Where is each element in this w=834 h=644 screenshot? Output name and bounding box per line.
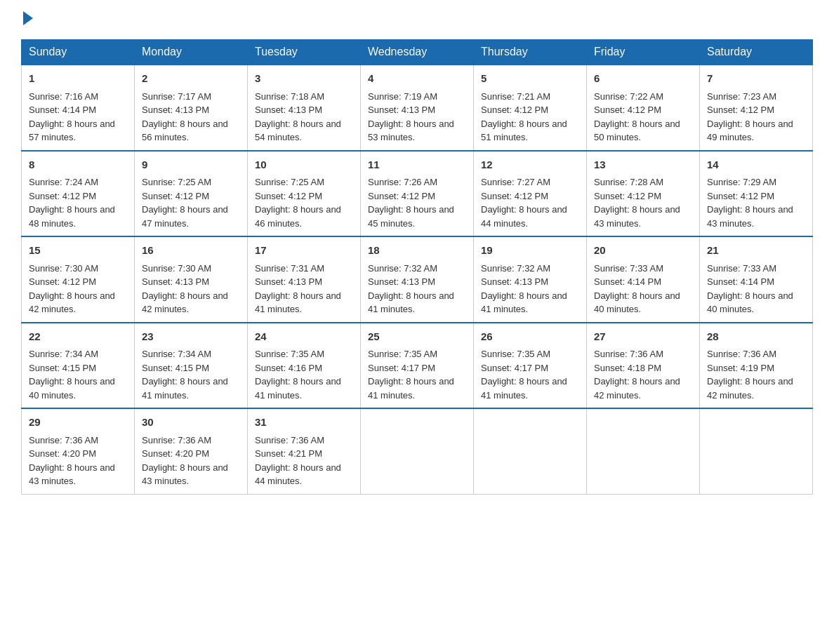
calendar-header-row: SundayMondayTuesdayWednesdayThursdayFrid… (22, 40, 813, 65)
calendar-cell: 7Sunrise: 7:23 AMSunset: 4:12 PMDaylight… (700, 65, 813, 151)
sunset-info: Sunset: 4:12 PM (29, 191, 96, 201)
sunset-info: Sunset: 4:20 PM (142, 448, 209, 459)
calendar-cell: 1Sunrise: 7:16 AMSunset: 4:14 PMDaylight… (22, 65, 135, 151)
sunset-info: Sunset: 4:13 PM (368, 276, 435, 287)
calendar-cell: 11Sunrise: 7:26 AMSunset: 4:12 PMDayligh… (361, 151, 474, 237)
calendar-cell: 9Sunrise: 7:25 AMSunset: 4:12 PMDaylight… (135, 151, 248, 237)
daylight-info: Daylight: 8 hours and 44 minutes. (255, 462, 341, 487)
daylight-info: Daylight: 8 hours and 40 minutes. (707, 290, 793, 315)
calendar-cell (361, 408, 474, 494)
calendar-week-row: 22Sunrise: 7:34 AMSunset: 4:15 PMDayligh… (22, 323, 813, 409)
sunrise-info: Sunrise: 7:29 AM (707, 177, 776, 187)
calendar-header-saturday: Saturday (700, 40, 813, 65)
daylight-info: Daylight: 8 hours and 57 minutes. (29, 119, 115, 143)
sunrise-info: Sunrise: 7:25 AM (142, 177, 211, 187)
day-number: 21 (707, 243, 805, 259)
daylight-info: Daylight: 8 hours and 41 minutes. (368, 376, 454, 401)
calendar-cell (700, 408, 813, 494)
calendar-table: SundayMondayTuesdayWednesdayThursdayFrid… (21, 39, 813, 495)
daylight-info: Daylight: 8 hours and 56 minutes. (142, 119, 228, 143)
sunrise-info: Sunrise: 7:17 AM (142, 91, 211, 102)
sunrise-info: Sunrise: 7:35 AM (255, 349, 324, 359)
calendar-week-row: 1Sunrise: 7:16 AMSunset: 4:14 PMDaylight… (22, 65, 813, 151)
day-number: 3 (255, 71, 353, 87)
daylight-info: Daylight: 8 hours and 43 minutes. (707, 204, 793, 229)
day-number: 28 (707, 329, 805, 345)
daylight-info: Daylight: 8 hours and 42 minutes. (142, 290, 228, 315)
sunset-info: Sunset: 4:13 PM (142, 105, 209, 115)
sunset-info: Sunset: 4:12 PM (481, 105, 548, 115)
day-number: 12 (481, 157, 579, 173)
sunset-info: Sunset: 4:12 PM (594, 191, 661, 201)
calendar-cell: 6Sunrise: 7:22 AMSunset: 4:12 PMDaylight… (587, 65, 700, 151)
sunset-info: Sunset: 4:13 PM (255, 105, 322, 115)
sunrise-info: Sunrise: 7:34 AM (29, 349, 98, 359)
calendar-cell: 3Sunrise: 7:18 AMSunset: 4:13 PMDaylight… (248, 65, 361, 151)
sunrise-info: Sunrise: 7:25 AM (255, 177, 324, 187)
sunset-info: Sunset: 4:16 PM (255, 363, 322, 373)
sunset-info: Sunset: 4:17 PM (368, 363, 435, 373)
day-number: 30 (142, 415, 240, 431)
sunrise-info: Sunrise: 7:19 AM (368, 91, 437, 102)
calendar-cell: 16Sunrise: 7:30 AMSunset: 4:13 PMDayligh… (135, 236, 248, 323)
day-number: 20 (594, 243, 692, 259)
day-number: 26 (481, 329, 579, 345)
calendar-cell: 10Sunrise: 7:25 AMSunset: 4:12 PMDayligh… (248, 151, 361, 237)
sunset-info: Sunset: 4:12 PM (594, 105, 661, 115)
sunset-info: Sunset: 4:21 PM (255, 448, 322, 459)
sunset-info: Sunset: 4:13 PM (368, 105, 435, 115)
sunrise-info: Sunrise: 7:34 AM (142, 349, 211, 359)
calendar-cell: 5Sunrise: 7:21 AMSunset: 4:12 PMDaylight… (474, 65, 587, 151)
sunrise-info: Sunrise: 7:36 AM (29, 435, 98, 445)
daylight-info: Daylight: 8 hours and 40 minutes. (29, 376, 115, 401)
day-number: 13 (594, 157, 692, 173)
calendar-cell: 17Sunrise: 7:31 AMSunset: 4:13 PMDayligh… (248, 236, 361, 323)
daylight-info: Daylight: 8 hours and 41 minutes. (255, 376, 341, 401)
sunset-info: Sunset: 4:14 PM (29, 105, 96, 115)
sunrise-info: Sunrise: 7:32 AM (368, 263, 437, 274)
daylight-info: Daylight: 8 hours and 41 minutes. (142, 376, 228, 401)
sunrise-info: Sunrise: 7:32 AM (481, 263, 550, 274)
sunset-info: Sunset: 4:13 PM (255, 276, 322, 287)
daylight-info: Daylight: 8 hours and 41 minutes. (481, 376, 567, 401)
sunset-info: Sunset: 4:14 PM (707, 276, 774, 287)
sunset-info: Sunset: 4:12 PM (707, 191, 774, 201)
sunset-info: Sunset: 4:12 PM (29, 276, 96, 287)
sunset-info: Sunset: 4:12 PM (707, 105, 774, 115)
daylight-info: Daylight: 8 hours and 53 minutes. (368, 119, 454, 143)
day-number: 1 (29, 71, 127, 87)
sunrise-info: Sunrise: 7:36 AM (142, 435, 211, 445)
day-number: 8 (29, 157, 127, 173)
daylight-info: Daylight: 8 hours and 41 minutes. (481, 290, 567, 315)
calendar-week-row: 15Sunrise: 7:30 AMSunset: 4:12 PMDayligh… (22, 236, 813, 323)
daylight-info: Daylight: 8 hours and 41 minutes. (368, 290, 454, 315)
sunrise-info: Sunrise: 7:27 AM (481, 177, 550, 187)
sunrise-info: Sunrise: 7:36 AM (594, 349, 663, 359)
daylight-info: Daylight: 8 hours and 42 minutes. (29, 290, 115, 315)
day-number: 11 (368, 157, 466, 173)
page-header (21, 14, 813, 25)
daylight-info: Daylight: 8 hours and 42 minutes. (594, 376, 680, 401)
calendar-header-sunday: Sunday (22, 40, 135, 65)
day-number: 24 (255, 329, 353, 345)
daylight-info: Daylight: 8 hours and 48 minutes. (29, 204, 115, 229)
calendar-cell (474, 408, 587, 494)
calendar-cell: 14Sunrise: 7:29 AMSunset: 4:12 PMDayligh… (700, 151, 813, 237)
sunrise-info: Sunrise: 7:35 AM (481, 349, 550, 359)
day-number: 5 (481, 71, 579, 87)
sunrise-info: Sunrise: 7:35 AM (368, 349, 437, 359)
daylight-info: Daylight: 8 hours and 40 minutes. (594, 290, 680, 315)
day-number: 31 (255, 415, 353, 431)
calendar-cell: 2Sunrise: 7:17 AMSunset: 4:13 PMDaylight… (135, 65, 248, 151)
daylight-info: Daylight: 8 hours and 50 minutes. (594, 119, 680, 143)
calendar-header-thursday: Thursday (474, 40, 587, 65)
calendar-cell: 30Sunrise: 7:36 AMSunset: 4:20 PMDayligh… (135, 408, 248, 494)
day-number: 7 (707, 71, 805, 87)
daylight-info: Daylight: 8 hours and 43 minutes. (29, 462, 115, 487)
calendar-cell: 23Sunrise: 7:34 AMSunset: 4:15 PMDayligh… (135, 323, 248, 409)
day-number: 17 (255, 243, 353, 259)
calendar-cell: 4Sunrise: 7:19 AMSunset: 4:13 PMDaylight… (361, 65, 474, 151)
daylight-info: Daylight: 8 hours and 43 minutes. (142, 462, 228, 487)
day-number: 25 (368, 329, 466, 345)
calendar-cell: 24Sunrise: 7:35 AMSunset: 4:16 PMDayligh… (248, 323, 361, 409)
